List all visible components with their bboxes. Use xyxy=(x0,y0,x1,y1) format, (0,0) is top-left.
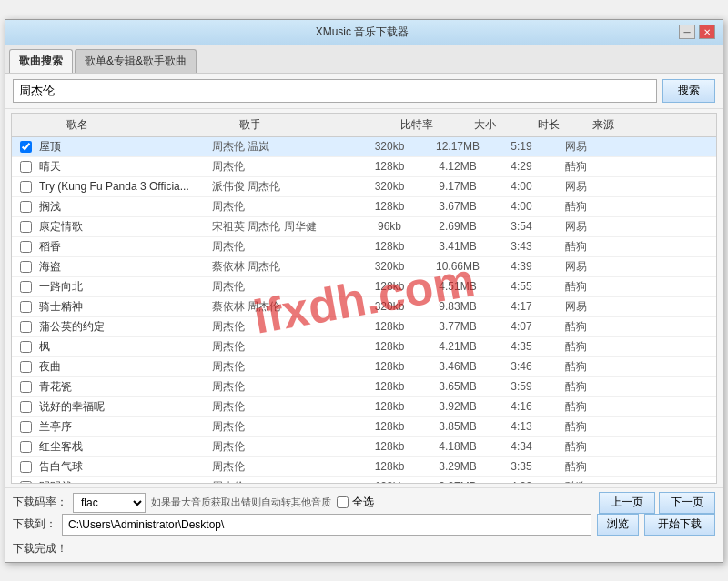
cell-artist: 周杰伦 xyxy=(212,339,358,355)
row-checkbox[interactable] xyxy=(20,281,32,293)
cell-songname: 康定情歌 xyxy=(39,219,212,235)
cell-size: 3.29MB xyxy=(421,460,494,473)
row-checkbox[interactable] xyxy=(20,141,32,153)
cell-bitrate: 128kb xyxy=(358,200,421,213)
close-button[interactable]: ✕ xyxy=(699,25,715,39)
cell-source: 酷狗 xyxy=(549,159,603,175)
cell-source: 酷狗 xyxy=(549,399,603,415)
row-checkbox[interactable] xyxy=(20,201,32,213)
row-checkbox[interactable] xyxy=(20,241,32,253)
cell-duration: 3:43 xyxy=(494,240,549,253)
row-checkbox[interactable] xyxy=(20,321,32,333)
cell-duration: 4:13 xyxy=(494,420,549,433)
cell-bitrate: 128kb xyxy=(358,460,421,473)
table-row[interactable]: 屋顶 周杰伦 温岚 320kb 12.17MB 5:19 网易 xyxy=(12,137,716,157)
row-checkbox[interactable] xyxy=(20,161,32,173)
cell-duration: 3:46 xyxy=(494,360,549,373)
cell-artist: 周杰伦 xyxy=(212,199,358,215)
tab-search[interactable]: 歌曲搜索 xyxy=(9,49,73,73)
select-all-checkbox[interactable] xyxy=(337,496,349,508)
row-checkbox[interactable] xyxy=(20,341,32,353)
search-button[interactable]: 搜索 xyxy=(662,79,715,103)
row-checkbox[interactable] xyxy=(20,181,32,193)
table-row[interactable]: 青花瓷 周杰伦 128kb 3.65MB 3:59 酷狗 xyxy=(12,377,716,397)
table-row[interactable]: 康定情歌 宋祖英 周杰伦 周华健 96kb 2.69MB 3:54 网易 xyxy=(12,217,716,237)
table-row[interactable]: 蒲公英的约定 周杰伦 128kb 3.77MB 4:07 酷狗 xyxy=(12,317,716,337)
cell-duration: 4:00 xyxy=(494,180,549,193)
cell-artist: 蔡依林 周杰伦 xyxy=(212,259,358,275)
window-title: XMusic 音乐下载器 xyxy=(46,25,679,40)
cell-bitrate: 128kb xyxy=(358,160,421,173)
cell-bitrate: 320kb xyxy=(358,260,421,273)
table-row[interactable]: 骑士精神 蔡依林 周杰伦 320kb 9.83MB 4:17 网易 xyxy=(12,297,716,317)
cell-bitrate: 128kb xyxy=(358,440,421,453)
table-row[interactable]: 搁浅 周杰伦 128kb 3.67MB 4:00 酷狗 xyxy=(12,197,716,217)
table-row[interactable]: 晴天 周杰伦 128kb 4.12MB 4:29 酷狗 xyxy=(12,157,716,177)
cell-artist: 派伟俊 周杰伦 xyxy=(212,179,358,195)
row-checkbox[interactable] xyxy=(20,441,32,453)
browse-button[interactable]: 浏览 xyxy=(597,514,639,536)
next-page-button[interactable]: 下一页 xyxy=(659,492,715,514)
cell-duration: 4:16 xyxy=(494,400,549,413)
table-row[interactable]: 明明就 周杰伦 128kb 3.97MB 4:20 酷狗 xyxy=(12,477,716,483)
cell-songname: 明明就 xyxy=(39,479,212,483)
cell-songname: Try (Kung Fu Panda 3 Officia... xyxy=(39,180,212,193)
col-header-songname: 歌名 xyxy=(39,117,239,133)
row-checkbox[interactable] xyxy=(20,481,32,483)
minimize-button[interactable]: ─ xyxy=(679,25,695,39)
tab-bar: 歌曲搜索 歌单&专辑&歌手歌曲 xyxy=(5,45,723,74)
cell-size: 9.17MB xyxy=(421,180,494,193)
cell-bitrate: 128kb xyxy=(358,340,421,353)
table-row[interactable]: 红尘客栈 周杰伦 128kb 4.18MB 4:34 酷狗 xyxy=(12,437,716,457)
cell-duration: 4:00 xyxy=(494,200,549,213)
row-checkbox[interactable] xyxy=(20,301,32,313)
row-checkbox[interactable] xyxy=(20,261,32,273)
start-download-button[interactable]: 开始下载 xyxy=(644,514,715,536)
row-checkbox[interactable] xyxy=(20,381,32,393)
table-row[interactable]: 稻香 周杰伦 128kb 3.41MB 3:43 酷狗 xyxy=(12,237,716,257)
table-row[interactable]: 一路向北 周杰伦 128kb 4.51MB 4:55 酷狗 xyxy=(12,277,716,297)
cell-songname: 枫 xyxy=(39,339,212,355)
table-row[interactable]: 枫 周杰伦 128kb 4.21MB 4:35 酷狗 xyxy=(12,337,716,357)
cell-duration: 4:34 xyxy=(494,440,549,453)
cell-size: 12.17MB xyxy=(421,140,494,153)
cell-duration: 4:20 xyxy=(494,480,549,483)
cell-bitrate: 320kb xyxy=(358,300,421,313)
cell-source: 网易 xyxy=(549,259,603,275)
search-input[interactable] xyxy=(13,79,657,103)
table-row[interactable]: 说好的幸福呢 周杰伦 128kb 3.92MB 4:16 酷狗 xyxy=(12,397,716,417)
row-checkbox[interactable] xyxy=(20,221,32,233)
row-checkbox[interactable] xyxy=(20,361,32,373)
tab-playlist[interactable]: 歌单&专辑&歌手歌曲 xyxy=(75,49,197,73)
cell-bitrate: 320kb xyxy=(358,180,421,193)
path-input[interactable] xyxy=(62,514,592,536)
table-row[interactable]: 海盗 蔡依林 周杰伦 320kb 10.66MB 4:39 网易 xyxy=(12,257,716,277)
status-text: 下载完成！ xyxy=(13,542,67,555)
cell-size: 3.67MB xyxy=(421,200,494,213)
cell-source: 酷狗 xyxy=(549,239,603,255)
quality-select[interactable]: flac 320kb 128kb xyxy=(73,493,146,513)
path-label: 下载到： xyxy=(13,516,56,532)
prev-page-button[interactable]: 上一页 xyxy=(599,492,655,514)
cell-duration: 5:19 xyxy=(494,140,549,153)
cell-size: 4.21MB xyxy=(421,340,494,353)
cell-size: 4.51MB xyxy=(421,280,494,293)
cell-bitrate: 128kb xyxy=(358,480,421,483)
cell-size: 4.18MB xyxy=(421,440,494,453)
cell-source: 酷狗 xyxy=(549,279,603,295)
row-checkbox[interactable] xyxy=(20,461,32,473)
cell-size: 3.97MB xyxy=(421,480,494,483)
cell-bitrate: 128kb xyxy=(358,360,421,373)
table-row[interactable]: 夜曲 周杰伦 128kb 3.46MB 3:46 酷狗 xyxy=(12,357,716,377)
table-row[interactable]: 兰亭序 周杰伦 128kb 3.85MB 4:13 酷狗 xyxy=(12,417,716,437)
cell-artist: 周杰伦 xyxy=(212,379,358,395)
row-checkbox[interactable] xyxy=(20,421,32,433)
cell-duration: 3:54 xyxy=(494,220,549,233)
table-row[interactable]: 告白气球 周杰伦 128kb 3.29MB 3:35 酷狗 xyxy=(12,457,716,477)
cell-artist: 周杰伦 xyxy=(212,399,358,415)
cell-source: 酷狗 xyxy=(549,359,603,375)
table-row[interactable]: Try (Kung Fu Panda 3 Officia... 派伟俊 周杰伦 … xyxy=(12,177,716,197)
select-all-label: 全选 xyxy=(352,495,374,510)
row-checkbox[interactable] xyxy=(20,401,32,413)
bottom-bar: 下载码率： flac 320kb 128kb 如果最大音质获取出错则自动转其他音… xyxy=(5,487,723,562)
